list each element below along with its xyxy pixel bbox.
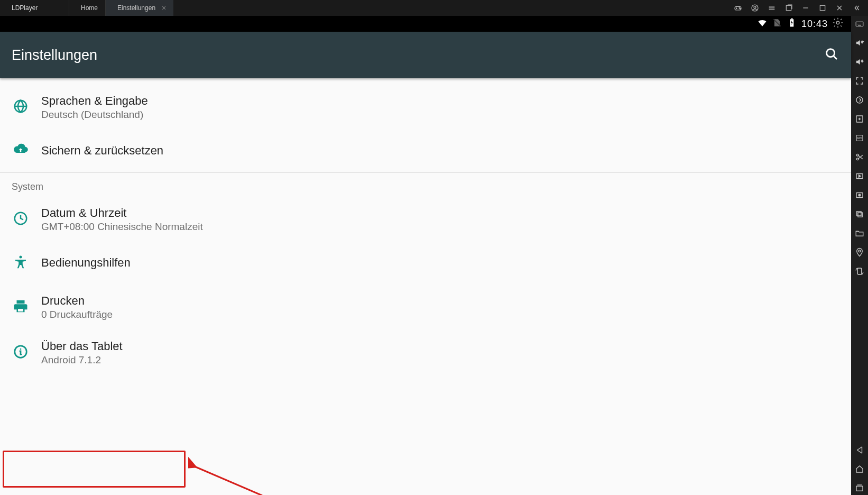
svg-point-3 (740, 8, 740, 9)
sync-icon[interactable] (855, 95, 864, 107)
tab-settings-label: Einstellungen (117, 4, 155, 12)
android-status-bar: 10:43 (0, 16, 851, 32)
svg-point-31 (20, 256, 22, 259)
scissors-icon[interactable] (855, 152, 864, 164)
settings-item-datetime[interactable]: Datum & Uhrzeit GMT+08:00 Chinesische No… (0, 197, 851, 242)
wifi-icon (757, 17, 768, 31)
printer-icon (13, 298, 29, 316)
ldplayer-brand: LDPlayer (0, 0, 69, 16)
android-recents-icon[interactable] (855, 483, 864, 495)
svg-rect-21 (857, 268, 862, 274)
volume-up-icon[interactable] (855, 38, 864, 50)
close-window-icon[interactable] (835, 4, 844, 12)
annotation-highlight (3, 451, 186, 488)
setting-title: Drucken (41, 294, 113, 308)
svg-text:APK: APK (857, 136, 863, 140)
android-back-icon[interactable] (855, 445, 864, 457)
page-title: Einstellungen (12, 47, 97, 63)
tab-home[interactable]: Home (69, 0, 105, 16)
annotation-arrow-icon (188, 456, 267, 495)
setting-subtitle: Android 7.1.2 (41, 354, 123, 366)
svg-line-34 (195, 466, 262, 495)
video-icon[interactable] (855, 171, 864, 183)
section-header-system: System (0, 173, 851, 197)
rotate-icon[interactable] (855, 267, 864, 278)
popout-icon[interactable] (784, 4, 793, 12)
svg-rect-7 (820, 5, 825, 10)
close-icon[interactable]: × (162, 4, 166, 12)
cloud-upload-icon (13, 142, 29, 160)
no-sim-icon (772, 17, 782, 31)
apk-icon[interactable]: APK (855, 133, 864, 145)
setting-title: Sprachen & Eingabe (41, 94, 148, 108)
copy-icon[interactable] (855, 209, 864, 221)
settings-scroll[interactable]: G Google Sprachen & Eingabe Deutsch (Deu… (0, 78, 851, 495)
info-icon (13, 344, 29, 362)
svg-point-17 (858, 194, 861, 196)
svg-rect-24 (791, 18, 792, 19)
multi-instance-icon[interactable] (855, 114, 864, 126)
svg-rect-32 (18, 309, 23, 311)
svg-rect-19 (858, 213, 862, 217)
minimize-icon[interactable] (801, 4, 810, 12)
svg-rect-6 (786, 5, 791, 10)
maximize-icon[interactable] (818, 4, 827, 12)
accessibility-icon (13, 254, 29, 272)
gamepad-icon[interactable] (734, 4, 742, 12)
svg-point-20 (858, 250, 861, 252)
fullscreen-icon[interactable] (855, 76, 864, 88)
svg-point-5 (754, 6, 756, 8)
collapse-sidebar-icon[interactable] (852, 4, 861, 12)
settings-app-bar: Einstellungen (0, 32, 851, 78)
setting-title: Sichern & zurücksetzen (41, 144, 163, 158)
emulator-sidebar: APK (851, 16, 868, 495)
window-titlebar: LDPlayer Home Einstellungen × (0, 0, 868, 16)
settings-item-accessibility[interactable]: Bedienungshilfen (0, 242, 851, 285)
setting-title: Über das Tablet (41, 340, 123, 353)
svg-point-26 (827, 49, 835, 57)
menu-icon[interactable] (768, 4, 776, 12)
search-button[interactable] (824, 46, 839, 64)
status-settings-icon[interactable] (832, 17, 844, 31)
settings-item-print[interactable]: Drucken 0 Druckaufträge (0, 285, 851, 330)
emulator-viewport: 10:43 Einstellungen G Google Sprachen & … (0, 16, 851, 495)
setting-subtitle: GMT+08:00 Chinesische Normalzeit (41, 221, 203, 233)
brand-label: LDPlayer (12, 4, 38, 12)
keyboard-icon[interactable] (855, 19, 864, 31)
settings-item-language[interactable]: Sprachen & Eingabe Deutsch (Deutschland) (0, 85, 851, 130)
record-icon[interactable] (855, 190, 864, 202)
setting-subtitle: 0 Druckaufträge (41, 309, 113, 320)
status-clock: 10:43 (801, 19, 828, 30)
setting-title: Datum & Uhrzeit (41, 206, 203, 220)
settings-item-google[interactable]: G Google (0, 78, 851, 85)
svg-point-9 (856, 97, 863, 103)
svg-point-25 (836, 21, 839, 24)
clock-icon (13, 210, 29, 228)
setting-subtitle: Deutsch (Deutschland) (41, 109, 148, 121)
svg-rect-22 (856, 486, 863, 491)
folder-icon[interactable] (855, 228, 864, 240)
settings-item-about[interactable]: Über das Tablet Android 7.1.2 (0, 330, 851, 375)
tab-settings[interactable]: Einstellungen × (105, 0, 173, 16)
window-controls (726, 4, 868, 12)
svg-rect-18 (857, 212, 861, 216)
battery-charging-icon (787, 17, 797, 31)
tab-home-label: Home (81, 4, 98, 12)
location-icon[interactable] (855, 248, 864, 259)
settings-item-backup[interactable]: Sichern & zurücksetzen (0, 130, 851, 172)
android-home-icon[interactable] (855, 464, 864, 476)
globe-icon (13, 98, 29, 116)
volume-down-icon[interactable] (855, 57, 864, 69)
user-icon[interactable] (751, 4, 759, 12)
setting-title: Bedienungshilfen (41, 256, 131, 270)
